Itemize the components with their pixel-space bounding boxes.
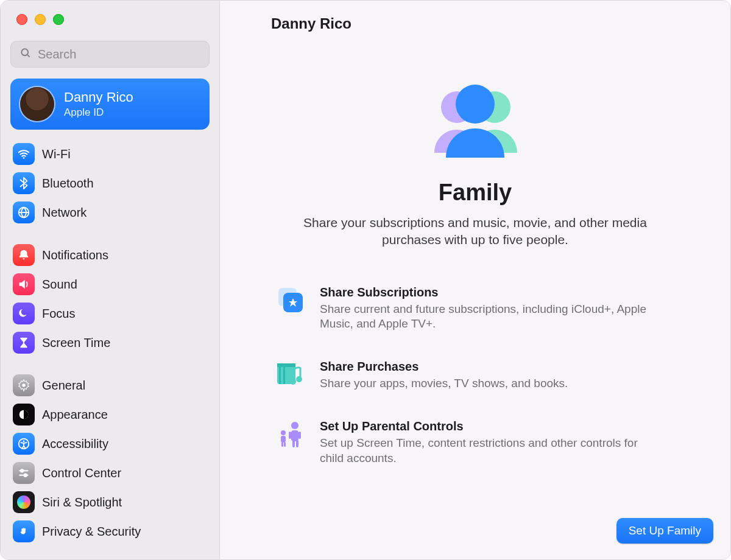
feature-title: Share Subscriptions	[320, 285, 661, 299]
sidebar-item-general[interactable]: General	[7, 371, 213, 400]
feature-description: Share current and future subscriptions, …	[320, 302, 661, 332]
sidebar-item-notifications[interactable]: Notifications	[7, 240, 213, 270]
sidebar-item-label: Bluetooth	[42, 177, 94, 191]
svg-point-15	[456, 85, 495, 124]
siri-icon	[13, 491, 35, 513]
sidebar-item-control-center[interactable]: Control Center	[7, 458, 213, 488]
page-title: Danny Rico	[271, 15, 730, 32]
feature-title: Share Purchases	[320, 360, 568, 374]
svg-point-24	[296, 376, 302, 382]
feature-share-subscriptions: Share Subscriptions Share current and fu…	[275, 285, 676, 332]
sidebar: Danny Rico Apple ID Wi-Fi Bluetooth	[1, 1, 220, 559]
svg-point-31	[281, 430, 286, 435]
parental-controls-icon	[275, 419, 306, 451]
sidebar-item-label: Focus	[42, 307, 75, 321]
sidebar-item-focus[interactable]: Focus	[7, 299, 213, 328]
svg-point-2	[23, 157, 25, 159]
family-hero-icon	[414, 80, 536, 165]
svg-rect-32	[281, 436, 286, 443]
close-window-button[interactable]	[16, 14, 27, 25]
hero-description: Share your subscriptions and music, movi…	[280, 214, 670, 249]
appearance-icon	[13, 404, 35, 425]
feature-parental-controls: Set Up Parental Controls Set up Screen T…	[275, 419, 676, 466]
sidebar-item-label: Wi-Fi	[42, 147, 71, 161]
sidebar-item-label: Network	[42, 206, 87, 220]
sidebar-item-accessibility[interactable]: Accessibility	[7, 429, 213, 458]
svg-rect-26	[291, 430, 298, 441]
sidebar-item-screen-time[interactable]: Screen Time	[7, 328, 213, 357]
sidebar-item-privacy-security[interactable]: Privacy & Security	[7, 517, 213, 546]
sidebar-item-network[interactable]: Network	[7, 198, 213, 227]
sidebar-item-label: Notifications	[42, 248, 108, 262]
sidebar-item-bluetooth[interactable]: Bluetooth	[7, 169, 213, 198]
feature-description: Share your apps, movies, TV shows, and b…	[320, 376, 568, 391]
network-icon	[13, 201, 35, 223]
account-name: Danny Rico	[64, 89, 133, 105]
svg-rect-30	[298, 432, 301, 439]
svg-rect-28	[296, 440, 298, 447]
svg-point-25	[291, 422, 298, 429]
svg-point-23	[290, 379, 296, 385]
sidebar-item-label: Siri & Spotlight	[42, 495, 122, 509]
minimize-window-button[interactable]	[35, 14, 46, 25]
bluetooth-icon	[13, 172, 35, 194]
search-field[interactable]	[10, 41, 210, 68]
feature-description: Set up Screen Time, content restrictions…	[320, 436, 661, 466]
search-icon	[19, 47, 32, 61]
sidebar-item-wifi[interactable]: Wi-Fi	[7, 139, 213, 169]
search-input[interactable]	[38, 47, 200, 61]
sidebar-item-appearance[interactable]: Appearance	[7, 400, 213, 429]
sidebar-item-label: Accessibility	[42, 437, 108, 451]
hero-title: Family	[275, 180, 676, 206]
svg-point-0	[21, 49, 28, 55]
sound-icon	[13, 273, 35, 295]
svg-rect-33	[281, 442, 283, 447]
sidebar-item-label: Sound	[42, 278, 77, 292]
purchases-icon	[275, 360, 306, 391]
svg-rect-27	[292, 440, 295, 447]
sidebar-item-apple-id[interactable]: Danny Rico Apple ID	[10, 79, 210, 130]
sidebar-item-label: Appearance	[42, 408, 108, 422]
subscriptions-icon	[275, 285, 306, 317]
general-icon	[13, 374, 35, 396]
sidebar-item-siri-spotlight[interactable]: Siri & Spotlight	[7, 488, 213, 517]
zoom-window-button[interactable]	[53, 14, 64, 25]
feature-title: Set Up Parental Controls	[320, 419, 661, 433]
notifications-icon	[13, 244, 35, 266]
svg-line-1	[27, 55, 30, 57]
svg-rect-22	[283, 363, 285, 384]
privacy-icon	[13, 520, 35, 542]
set-up-family-button[interactable]: Set Up Family	[616, 518, 713, 544]
focus-icon	[13, 303, 35, 324]
feature-share-purchases: Share Purchases Share your apps, movies,…	[275, 360, 676, 391]
sidebar-item-label: Screen Time	[42, 336, 110, 350]
svg-rect-29	[289, 432, 291, 439]
sidebar-item-label: General	[42, 379, 85, 393]
svg-rect-34	[284, 442, 286, 447]
svg-point-4	[22, 383, 26, 387]
accessibility-icon	[13, 433, 35, 455]
avatar	[20, 87, 54, 121]
account-sublabel: Apple ID	[64, 107, 133, 119]
window-controls	[1, 1, 219, 37]
control-center-icon	[13, 462, 35, 484]
svg-rect-21	[279, 363, 281, 384]
screen-time-icon	[13, 332, 35, 354]
wifi-icon	[13, 143, 35, 165]
svg-point-9	[21, 469, 23, 472]
sidebar-item-label: Control Center	[42, 466, 121, 480]
svg-point-11	[24, 474, 27, 477]
content-pane: Danny Rico	[220, 1, 730, 559]
sidebar-item-sound[interactable]: Sound	[7, 270, 213, 299]
svg-point-7	[23, 441, 25, 443]
sidebar-item-label: Privacy & Security	[42, 525, 141, 539]
